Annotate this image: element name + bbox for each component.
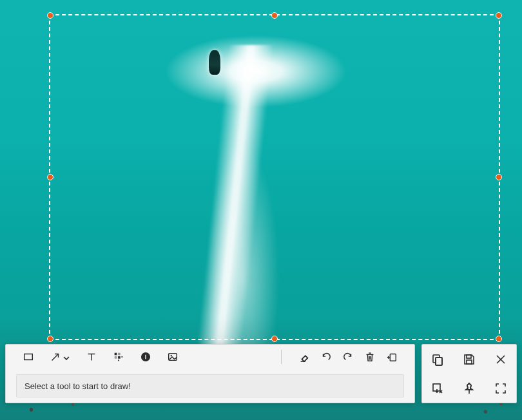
delete-button[interactable]: [364, 351, 376, 363]
arrow-icon: [50, 351, 61, 363]
counter-icon: [140, 351, 151, 363]
pixelate-tool[interactable]: [113, 351, 124, 363]
resize-handle-bottom-right[interactable]: [496, 336, 502, 342]
svg-rect-4: [115, 353, 117, 356]
svg-rect-21: [436, 358, 442, 365]
svg-point-14: [171, 355, 172, 356]
resize-handle-top-left[interactable]: [47, 12, 53, 19]
selection-marquee[interactable]: [49, 14, 500, 340]
resize-handle-top-right[interactable]: [496, 12, 502, 19]
resize-handle-bottom-middle[interactable]: [271, 336, 278, 342]
image-icon: [167, 351, 179, 363]
svg-rect-5: [118, 353, 121, 356]
resize-handle-bottom-left[interactable]: [47, 336, 53, 342]
svg-rect-0: [24, 354, 33, 360]
pixelate-icon: [113, 351, 124, 363]
toolbar-hint-text: Select a tool to start to draw!: [24, 381, 131, 391]
arrow-tool-dropdown[interactable]: [63, 353, 70, 361]
toolbar-right-group: [275, 350, 398, 364]
close-icon: [494, 352, 508, 367]
resize-handle-middle-right[interactable]: [496, 174, 502, 180]
svg-line-1: [52, 354, 59, 361]
trash-icon: [364, 351, 376, 363]
svg-rect-24: [467, 360, 472, 364]
save-icon: [462, 352, 476, 367]
counter-tool[interactable]: [140, 351, 151, 363]
edit-crop-icon: [430, 381, 445, 396]
edit-crop-button[interactable]: [430, 381, 445, 396]
image-tool[interactable]: [167, 351, 179, 363]
pin-icon: [462, 381, 476, 396]
text-icon: [86, 351, 97, 363]
redo-button[interactable]: [342, 351, 354, 363]
svg-rect-9: [118, 360, 119, 361]
close-button[interactable]: [494, 352, 508, 367]
undo-button[interactable]: [320, 351, 332, 363]
toolbar-separator: [281, 350, 282, 364]
rectangle-tool[interactable]: [23, 351, 34, 363]
resize-handle-top-middle[interactable]: [271, 12, 278, 19]
toolbar-left-group: [23, 351, 179, 363]
toolbar-row: [6, 345, 414, 369]
svg-rect-19: [390, 354, 396, 361]
undo-icon: [320, 351, 332, 363]
revert-button[interactable]: [386, 351, 398, 363]
arrow-tool[interactable]: [50, 351, 70, 363]
eraser-tool[interactable]: [298, 351, 310, 363]
svg-rect-6: [115, 356, 117, 359]
resize-handle-middle-left[interactable]: [47, 174, 53, 180]
save-button[interactable]: [462, 352, 476, 367]
copy-icon: [430, 352, 445, 367]
toolbar-hint-bar: Select a tool to start to draw!: [16, 374, 404, 397]
svg-rect-23: [467, 355, 471, 358]
chevron-down-icon: [63, 354, 70, 362]
action-panel: [421, 344, 517, 403]
pin-button[interactable]: [462, 381, 476, 396]
fullscreen-button[interactable]: [494, 381, 508, 396]
annotation-toolbar: Select a tool to start to draw!: [5, 344, 415, 403]
svg-rect-8: [122, 356, 123, 358]
eraser-icon: [298, 351, 310, 363]
copy-button[interactable]: [430, 352, 445, 367]
redo-icon: [342, 351, 354, 363]
revert-icon: [386, 351, 398, 363]
text-tool[interactable]: [86, 351, 97, 363]
arrow-icon-wrap: [50, 351, 61, 363]
fullscreen-icon: [494, 381, 508, 396]
svg-rect-7: [118, 356, 121, 359]
rectangle-icon: [23, 351, 34, 363]
